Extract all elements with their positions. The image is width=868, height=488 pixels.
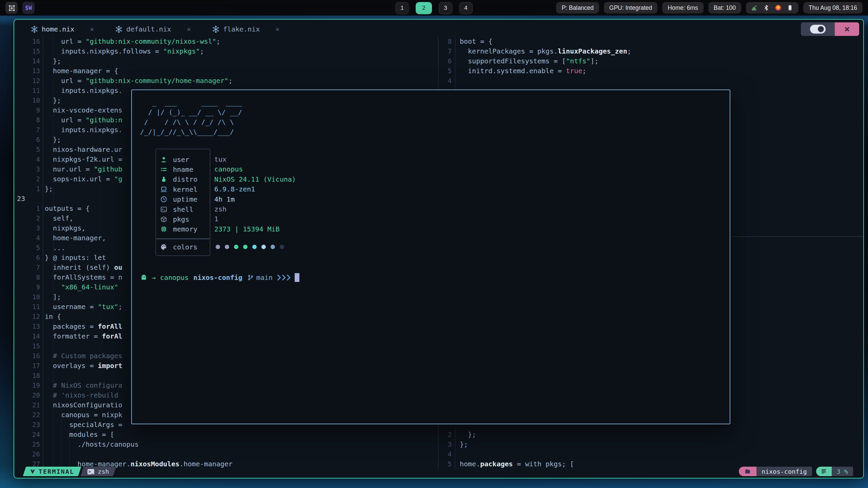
- line-number: 23: [17, 420, 40, 430]
- workspace-button-1[interactable]: 1: [395, 2, 409, 14]
- phone-icon[interactable]: [787, 4, 793, 11]
- line-number: 6: [17, 135, 40, 145]
- tab-label: flake.nix: [223, 25, 260, 33]
- color-dot: [243, 245, 248, 249]
- code-segment: ./hosts/canopus: [45, 440, 139, 448]
- code-line: # NixOS configura: [45, 381, 122, 390]
- fetch-row-user: user: [160, 155, 189, 164]
- tab-bar: home.nix×default.nix×flake.nix×: [31, 22, 300, 37]
- shell-icon: [160, 206, 167, 213]
- kernel-icon: [160, 186, 167, 193]
- status-pill[interactable]: Home: 6ms: [662, 2, 703, 14]
- code-line: url = "github:n: [45, 115, 122, 125]
- line-number: 11: [17, 302, 40, 312]
- code-line: kernelPackages = pkgs.linuxPackages_zen;: [460, 46, 631, 56]
- scissors-icon[interactable]: [751, 4, 758, 11]
- floating-terminal[interactable]: _ ___ ____ ____ / |/ (_)_ __/ __ \/ __/ …: [131, 89, 730, 424]
- code-line: canopus = nixpk: [45, 410, 122, 420]
- code-segment: "github:nix-community/home-manager": [85, 77, 228, 85]
- fetch-label: hname: [173, 165, 193, 174]
- topbar-left-group: $W: [5, 2, 35, 14]
- code-line: supportedFilesystems = ["ntfs"];: [460, 56, 598, 66]
- code-line: "x86_64-linux": [45, 282, 118, 292]
- fetch-label: colors: [173, 243, 197, 251]
- tab-close-icon[interactable]: ×: [275, 25, 279, 33]
- fetch-value-kernel: 6.9.8-zen1: [214, 184, 255, 194]
- shell-prompt: → canopus nixos-config main: [140, 272, 299, 283]
- app-launcher-button[interactable]: [5, 2, 18, 14]
- code-segment: # 'nixos-rebuild: [45, 391, 118, 399]
- tab-default.nix[interactable]: default.nix×: [115, 25, 191, 33]
- line-number: 7: [17, 263, 40, 272]
- code-segment: initrd.systemd.enable =: [460, 67, 566, 75]
- workspace-badge[interactable]: $W: [22, 2, 35, 14]
- status-pill[interactable]: P: Balanced: [556, 2, 599, 14]
- code-line: username = "tux";: [45, 302, 122, 312]
- code-segment: supportedFilesystems = [: [460, 57, 566, 65]
- workspace-button-3[interactable]: 3: [439, 2, 452, 14]
- code-line: initrd.systemd.enable = true;: [460, 66, 586, 76]
- tab-home.nix[interactable]: home.nix×: [31, 25, 94, 33]
- shell-indicator[interactable]: >_ zsh: [81, 467, 116, 476]
- code-segment: import: [98, 362, 122, 370]
- chevron-icon: [287, 274, 291, 281]
- code-segment: true: [566, 67, 582, 75]
- line-number: 5: [442, 66, 452, 76]
- line-number: 4: [442, 449, 452, 459]
- code-line: # 'nixos-rebuild: [45, 390, 118, 400]
- line-number: 15: [17, 341, 40, 351]
- status-pill[interactable]: GPU: Integrated: [604, 2, 657, 14]
- palette-icon: [160, 243, 167, 251]
- line-number: 13: [17, 322, 40, 331]
- line-number: 13: [17, 66, 40, 76]
- code-line: };: [460, 440, 468, 449]
- scroll-progress-indicator[interactable]: 3 %: [816, 467, 853, 476]
- tab-flake.nix[interactable]: flake.nix×: [212, 25, 279, 33]
- code-segment: };: [45, 185, 53, 193]
- fetch-value-memory: 2373 | 15394 MiB: [214, 224, 280, 234]
- code-segment: nix-vscode-extens: [45, 106, 122, 114]
- code-segment: linuxPackages_zen: [558, 47, 627, 55]
- line-number: 8: [17, 115, 40, 125]
- code-line: };: [45, 56, 61, 66]
- code-segment: overlays =: [45, 362, 98, 370]
- code-segment: modules = [: [45, 430, 114, 439]
- clock[interactable]: Thu Aug 08, 18:16: [803, 2, 863, 14]
- window-toggle-button[interactable]: [801, 22, 835, 36]
- line-number: 26: [17, 449, 40, 459]
- flame-icon[interactable]: [775, 4, 782, 11]
- code-segment: "ntfs": [566, 57, 590, 65]
- code-line: nixpkgs-f2k.url =: [45, 155, 122, 164]
- color-dot: [252, 245, 257, 249]
- fetch-row-colors: colors: [160, 242, 197, 252]
- line-number: 2: [442, 430, 452, 440]
- tab-close-icon[interactable]: ×: [187, 25, 191, 33]
- status-pill[interactable]: Bat: 100: [708, 2, 741, 14]
- code-segment: home-manager,: [45, 234, 106, 242]
- prompt-directory: nixos-config: [193, 273, 242, 282]
- code-segment: [45, 283, 61, 291]
- prompt-git-branch: main: [256, 273, 273, 282]
- code-segment: url =: [45, 77, 85, 85]
- code-line: sops-nix.url = "g: [45, 174, 122, 184]
- color-dot: [234, 245, 238, 249]
- code-line: inputs.nixpkgs.: [45, 86, 122, 96]
- line-number: 12: [17, 312, 40, 322]
- nixos-ascii-art: _ ___ ____ ____ / |/ (_)_ __/ __ \/ __/ …: [140, 98, 242, 137]
- code-line: } @ inputs: let: [45, 253, 106, 263]
- project-indicator[interactable]: nixos-config: [739, 467, 812, 476]
- code-line: nixos-hardware.ur: [45, 145, 122, 155]
- top-status-bar: $W 1234 P: BalancedGPU: IntegratedHome: …: [0, 0, 868, 16]
- tab-close-icon[interactable]: ×: [90, 25, 94, 33]
- code-segment: ...: [45, 244, 65, 252]
- code-segment: ;: [582, 67, 586, 75]
- line-number: 24: [17, 430, 40, 440]
- workspace-button-2[interactable]: 2: [416, 2, 432, 14]
- folder-icon: [739, 467, 756, 476]
- line-number: 3: [17, 223, 40, 233]
- window-close-button[interactable]: ×: [835, 22, 859, 36]
- workspace-button-4[interactable]: 4: [459, 2, 473, 14]
- code-segment: };: [45, 136, 61, 144]
- bluetooth-icon[interactable]: [763, 4, 770, 11]
- code-line: ./hosts/canopus: [45, 440, 139, 449]
